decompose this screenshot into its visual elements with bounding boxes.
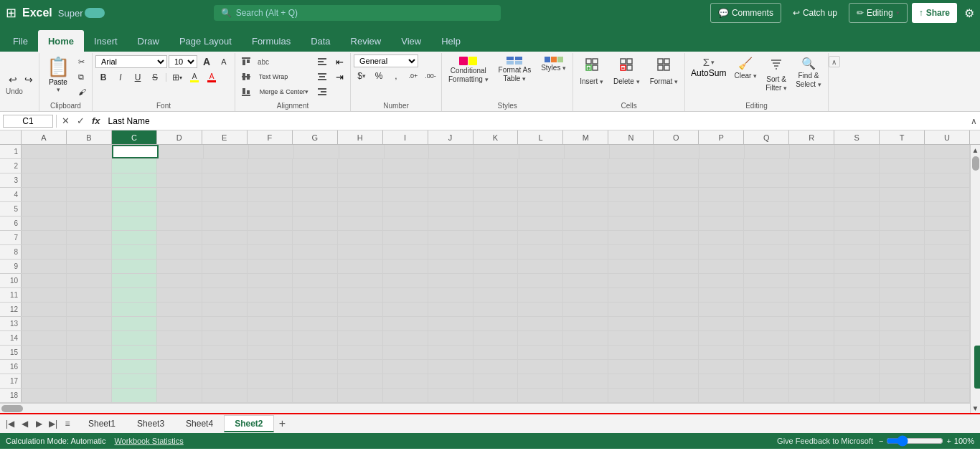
cell-M1[interactable] [565, 145, 610, 158]
tab-file[interactable]: File [3, 30, 38, 52]
increase-indent-button[interactable]: ⇥ [331, 70, 347, 84]
comma-button[interactable]: , [388, 69, 404, 83]
tab-page-layout[interactable]: Page Layout [169, 30, 242, 52]
cell-U1[interactable] [925, 145, 970, 158]
col-header-K[interactable]: K [473, 130, 519, 144]
autosave-toggle[interactable] [85, 8, 105, 18]
tab-data[interactable]: Data [301, 30, 340, 52]
scroll-up-arrow[interactable]: ▲ [971, 145, 981, 155]
cell-A1[interactable] [22, 145, 67, 158]
underline-button[interactable]: U [130, 70, 146, 85]
redo-button[interactable]: ↪ [22, 72, 36, 87]
formula-input[interactable] [105, 116, 968, 126]
font-family-select[interactable]: Arial [95, 55, 167, 68]
col-header-S[interactable]: S [834, 130, 880, 144]
col-header-F[interactable]: F [248, 130, 293, 144]
sheet-prev-button[interactable]: ◀ [17, 417, 32, 431]
cell-Q1[interactable] [745, 145, 790, 158]
col-header-I[interactable]: I [383, 130, 428, 144]
col-header-L[interactable]: L [518, 130, 563, 144]
right-align-button[interactable] [314, 85, 330, 99]
bold-button[interactable]: B [95, 70, 111, 85]
strikethrough-button[interactable]: S [147, 70, 163, 85]
cell-C1[interactable] [112, 145, 159, 158]
number-format-select[interactable]: General [354, 54, 418, 67]
zoom-out-button[interactable]: − [879, 437, 883, 445]
increase-decimal-button[interactable]: .0+ [405, 69, 421, 83]
zoom-in-button[interactable]: + [946, 437, 951, 445]
col-header-R[interactable]: R [789, 130, 834, 144]
format-painter-button[interactable]: 🖌 [75, 85, 89, 99]
cell-R1[interactable] [790, 145, 835, 158]
tab-insert[interactable]: Insert [84, 30, 128, 52]
cell-J1[interactable] [429, 145, 474, 158]
cell-S1[interactable] [835, 145, 880, 158]
col-header-B[interactable]: B [67, 130, 112, 144]
font-color-button[interactable]: A [204, 70, 220, 85]
tab-home[interactable]: Home [38, 30, 84, 52]
conditional-formatting-button[interactable]: ConditionalFormatting ▾ [445, 54, 492, 86]
font-grow-button[interactable]: A [199, 54, 215, 69]
merge-center-button[interactable]: Merge & Center ▾ [255, 85, 313, 99]
col-header-J[interactable]: J [428, 130, 473, 144]
sheet-next-button[interactable]: ▶ [32, 417, 46, 431]
fill-color-button[interactable]: A [187, 70, 202, 85]
italic-button[interactable]: I [113, 70, 128, 85]
left-align-button[interactable] [314, 54, 330, 69]
hscroll-thumb[interactable] [1, 405, 23, 412]
col-header-T[interactable]: T [880, 130, 925, 144]
sheet-list-button[interactable]: ≡ [60, 417, 75, 431]
formula-fx-icon[interactable]: fx [90, 115, 103, 126]
col-header-M[interactable]: M [563, 130, 608, 144]
cell-reference-input[interactable] [3, 115, 53, 128]
format-cells-button[interactable]: Format ▾ [646, 54, 682, 88]
share-button[interactable]: ↑ Share [912, 3, 957, 23]
sheet-first-button[interactable]: |◀ [3, 417, 17, 431]
insert-cells-button[interactable]: Insert ▾ [576, 54, 607, 88]
cell-N1[interactable] [610, 145, 655, 158]
cell-P1[interactable] [699, 145, 745, 158]
col-header-A[interactable]: A [22, 130, 67, 144]
feedback-label[interactable]: Give Feedback to Microsoft [777, 437, 873, 445]
settings-icon[interactable]: ⚙ [964, 6, 974, 20]
formula-cancel-icon[interactable]: ✕ [60, 115, 72, 126]
sheet-last-button[interactable]: ▶| [46, 417, 60, 431]
col-header-D[interactable]: D [157, 130, 202, 144]
vscroll-thumb[interactable] [972, 156, 979, 171]
col-header-G[interactable]: G [293, 130, 338, 144]
editing-button[interactable]: ✏ Editing ▾ [849, 3, 908, 23]
cut-button[interactable]: ✂ [75, 54, 89, 69]
tab-review[interactable]: Review [341, 30, 392, 52]
search-bar[interactable]: 🔍 Search (Alt + Q) [214, 5, 501, 21]
sort-filter-button[interactable]: Sort &Filter ▾ [762, 54, 791, 95]
font-shrink-button[interactable]: A [216, 54, 232, 69]
cell-B1[interactable] [67, 145, 112, 158]
borders-button[interactable]: ⊞▾ [169, 70, 185, 85]
col-header-P[interactable]: P [699, 130, 744, 144]
col-header-E[interactable]: E [202, 130, 248, 144]
horizontal-scrollbar[interactable] [0, 403, 970, 413]
undo-button[interactable]: ↩ [6, 72, 20, 87]
col-header-U[interactable]: U [925, 130, 970, 144]
sheet-tab-sheet4[interactable]: Sheet4 [175, 415, 224, 432]
col-header-H[interactable]: H [338, 130, 383, 144]
autosum-button[interactable]: Σ ▾ AutoSum [688, 54, 729, 80]
cell-I1[interactable] [385, 145, 430, 158]
delete-cells-button[interactable]: Delete ▾ [610, 54, 644, 88]
middle-align-button[interactable] [238, 70, 254, 84]
catchup-button[interactable]: ↩ Catch up [786, 3, 844, 23]
sheet-tab-sheet2[interactable]: Sheet2 [224, 415, 273, 432]
format-as-table-button[interactable]: Format AsTable ▾ [495, 54, 535, 85]
copy-button[interactable]: ⧉ [75, 70, 89, 84]
cell-T1[interactable] [880, 145, 925, 158]
top-align-button[interactable] [238, 54, 254, 69]
tab-view[interactable]: View [391, 30, 431, 52]
bottom-align-button[interactable] [238, 85, 254, 99]
row-number-1[interactable]: 1 [0, 145, 22, 158]
cell-F1[interactable] [249, 145, 294, 158]
sheet-tab-sheet3[interactable]: Sheet3 [126, 415, 175, 432]
cell-O1[interactable] [654, 145, 699, 158]
decrease-decimal-button[interactable]: .00- [423, 69, 438, 83]
col-header-C[interactable]: C [112, 130, 157, 144]
percent-button[interactable]: % [371, 69, 387, 83]
